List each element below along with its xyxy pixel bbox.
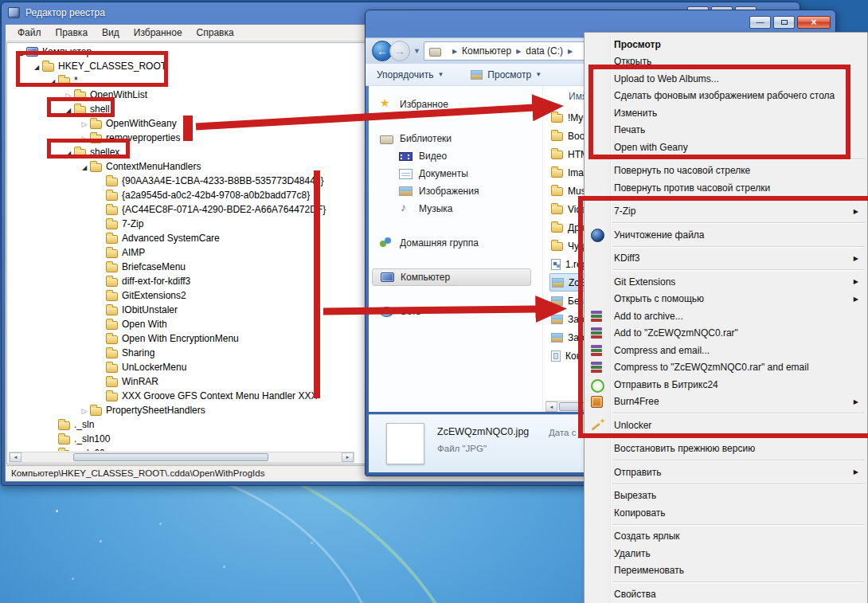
context-menu-item[interactable]: ▶ xyxy=(585,522,866,528)
context-menu-item[interactable]: Восстановить прежнюю версию ▶ xyxy=(585,441,866,458)
scroll-left-icon[interactable]: ◂ xyxy=(10,452,22,462)
registry-tree-item[interactable]: ContextMenuHandlers xyxy=(9,159,354,174)
context-menu-item[interactable]: Создать ярлык ▶ xyxy=(585,528,866,546)
context-menu-item[interactable]: ▶ xyxy=(585,457,866,464)
context-menu-item[interactable]: Add to "ZcEWQzmNQC0.rar" ▶ xyxy=(585,325,866,343)
context-menu-item[interactable]: Копировать ▶ xyxy=(585,504,866,522)
registry-tree-item[interactable]: shell xyxy=(9,102,354,116)
context-menu-item[interactable]: Отправить в Битрикс24 ▶ xyxy=(585,376,866,394)
menubar-item[interactable]: Правка xyxy=(49,25,96,40)
sidebar-item[interactable]: Библиотеки xyxy=(369,130,542,147)
registry-tree-item[interactable]: AIMP xyxy=(9,245,354,260)
explorer-close-button[interactable]: × xyxy=(797,16,831,29)
tree-expander-icon[interactable] xyxy=(79,161,90,172)
registry-tree-item[interactable]: PropertySheetHandlers xyxy=(9,403,354,417)
registry-tree-item[interactable]: diff-ext-for-kdiff3 xyxy=(9,274,354,288)
registry-tree-item[interactable]: Компьютер xyxy=(9,45,354,59)
context-menu-item[interactable]: Git Extensions ▶ xyxy=(585,273,866,291)
tree-expander-icon[interactable] xyxy=(47,75,58,86)
context-menu-item[interactable]: Open with Geany ▶ xyxy=(585,139,866,156)
context-menu-item[interactable]: ▶ xyxy=(585,244,866,250)
registry-tree-item[interactable]: OpenWithGeany xyxy=(9,116,354,131)
registry-tree-item[interactable]: {90AA3A4E-1CBA-4233-B8BB-535773D48449} xyxy=(9,174,354,188)
context-menu-item[interactable]: Unlocker ▶ xyxy=(585,417,866,434)
tree-expander-icon[interactable] xyxy=(79,118,90,129)
registry-tree-item[interactable]: 7-Zip xyxy=(9,217,354,231)
menubar-item[interactable]: Файл xyxy=(10,25,49,40)
organize-button[interactable]: Упорядочить ▼ xyxy=(377,69,444,80)
context-menu-item[interactable]: Compress and email... ▶ xyxy=(585,342,866,359)
sidebar-item[interactable]: Видео xyxy=(369,147,542,165)
tree-expander-icon[interactable] xyxy=(63,104,74,115)
context-menu-item[interactable]: Переименовать ▶ xyxy=(585,562,866,580)
breadcrumb-segment[interactable]: Компьютер xyxy=(462,45,511,57)
registry-tree-item[interactable]: XXX Groove GFS Context Menu Handler XXX xyxy=(9,389,354,403)
explorer-maximize-button[interactable] xyxy=(773,16,795,29)
context-menu-item[interactable]: ▶ xyxy=(585,220,866,226)
tree-expander-icon[interactable] xyxy=(79,405,90,416)
registry-tree-item[interactable]: ._sln100 xyxy=(9,432,354,446)
explorer-minimize-button[interactable]: — xyxy=(749,16,771,29)
context-menu-item[interactable]: ▶ xyxy=(585,197,866,203)
scroll-left-icon[interactable]: ◂ xyxy=(545,401,557,412)
sidebar-item[interactable]: Домашняя группа xyxy=(369,234,542,252)
context-menu-item[interactable]: Вырезать ▶ xyxy=(585,487,866,505)
registry-tree-item[interactable]: WinRAR xyxy=(9,374,354,389)
menubar-item[interactable]: Вид xyxy=(95,25,127,40)
sidebar-item[interactable]: Изображения xyxy=(369,182,542,200)
context-menu-item[interactable]: Уничтожение файла ▶ xyxy=(585,226,866,244)
context-menu-item[interactable]: Свойства ▶ xyxy=(585,585,866,603)
registry-tree-item[interactable]: GitExtensions2 xyxy=(9,288,354,303)
context-menu-item[interactable]: Отправить ▶ xyxy=(585,464,866,481)
context-menu-item[interactable]: ▶ xyxy=(585,156,866,162)
context-menu-item[interactable]: Повернуть по часовой стрелке ▶ xyxy=(585,162,866,180)
registry-tree-item[interactable]: BriefcaseMenu xyxy=(9,260,354,274)
context-menu-item[interactable]: Удалить ▶ xyxy=(585,545,866,562)
registry-tree-item[interactable]: Advanced SystemCare xyxy=(9,231,354,245)
registry-tree-item[interactable]: ._sln60 xyxy=(9,446,354,451)
context-menu-item[interactable]: Изменить ▶ xyxy=(585,104,866,122)
registry-tree-item[interactable]: * xyxy=(9,73,354,88)
context-menu-item[interactable]: Add to archive... ▶ xyxy=(585,307,866,325)
context-menu-item[interactable]: Открыть с помощью ▶ xyxy=(585,291,866,308)
scroll-right-icon[interactable]: ▸ xyxy=(342,452,354,462)
registry-tree-item[interactable]: Open With EncryptionMenu xyxy=(9,331,354,346)
sidebar-item[interactable]: Компьютер xyxy=(372,268,531,286)
menubar-item[interactable]: Избранное xyxy=(127,25,190,40)
registry-tree-item[interactable]: Open With xyxy=(9,317,354,331)
context-menu-item[interactable]: Просмотр ▶ xyxy=(585,36,866,53)
context-menu-item[interactable]: Повернуть против часовой стрелки ▶ xyxy=(585,179,866,197)
tree-expander-icon[interactable] xyxy=(63,147,74,158)
menubar-item[interactable]: Справка xyxy=(190,25,241,40)
registry-tree-item[interactable]: {a2a9545d-a0c2-42b4-9708-a0b2badd77c8} xyxy=(9,188,354,202)
breadcrumb-segment[interactable]: data (C:) xyxy=(526,45,563,57)
context-menu-item[interactable]: Upload to Web Albums... ▶ xyxy=(585,70,866,88)
tree-horizontal-scrollbar[interactable]: ◂ ▸ xyxy=(9,452,354,463)
sidebar-item[interactable]: Сеть xyxy=(369,303,542,320)
context-menu-item[interactable]: Compress to "ZcEWQzmNQC0.rar" and email … xyxy=(585,359,866,377)
sidebar-item[interactable]: Документы xyxy=(369,165,542,182)
context-menu-item[interactable]: Сделать фоновым изображением рабочего ст… xyxy=(585,88,866,105)
tree-expander-icon[interactable] xyxy=(79,132,90,143)
context-menu-item[interactable]: ▶ xyxy=(585,434,866,441)
registry-tree-item[interactable]: Sharing xyxy=(9,346,354,360)
context-menu-item[interactable]: 7-Zip ▶ xyxy=(585,203,866,221)
registry-tree-item[interactable]: ._sln xyxy=(9,417,354,432)
context-menu-item[interactable]: Burn4Free ▶ xyxy=(585,394,866,411)
registry-tree-item[interactable]: OpenWithList xyxy=(9,88,354,102)
registry-tree-item[interactable]: IObitUnstaler xyxy=(9,303,354,317)
context-menu-item[interactable]: ▶ xyxy=(585,481,866,487)
context-menu-item[interactable]: Печать ▶ xyxy=(585,122,866,139)
tree-expander-icon[interactable] xyxy=(15,46,26,57)
context-menu-item[interactable]: ▶ xyxy=(585,410,866,417)
context-menu-item[interactable]: Открыть ▶ xyxy=(585,53,866,71)
sidebar-item[interactable]: Музыка xyxy=(369,200,542,217)
context-menu-item[interactable]: KDiff3 ▶ xyxy=(585,250,866,268)
tree-expander-icon[interactable] xyxy=(31,61,42,72)
view-button[interactable]: Просмотр ▼ xyxy=(471,69,542,80)
registry-tree-item[interactable]: removeproperties xyxy=(9,131,354,145)
scrollbar-thumb[interactable] xyxy=(73,453,268,461)
registry-tree-item[interactable]: {AC44EC8F-071A-4290-BDE2-A66A764472DF} xyxy=(9,202,354,217)
registry-tree-item[interactable]: shellex xyxy=(9,145,354,159)
registry-tree-item[interactable]: UnLockerMenu xyxy=(9,360,354,374)
